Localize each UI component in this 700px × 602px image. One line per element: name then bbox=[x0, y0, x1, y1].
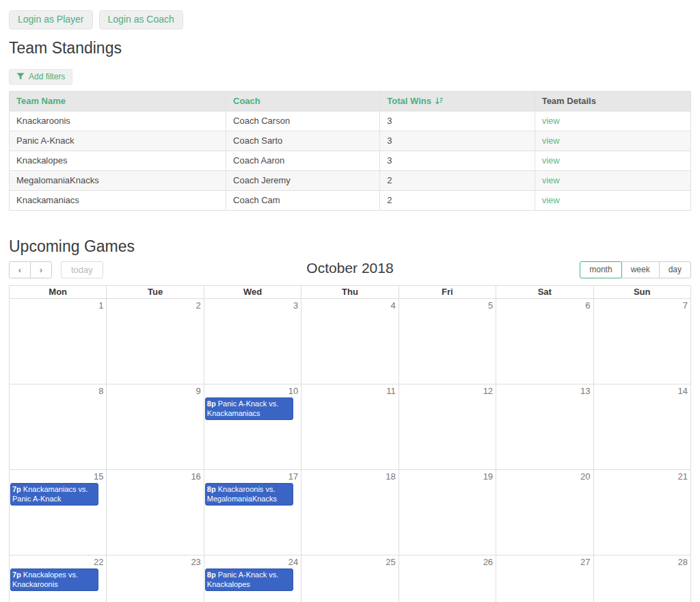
date-number: 26 bbox=[399, 555, 496, 568]
calendar-day-cell-20[interactable]: 20 bbox=[496, 470, 593, 555]
calendar-week-row: 227pKnackalopes vs. Knackaroonis23248pPa… bbox=[10, 555, 691, 602]
team-details-cell: view bbox=[535, 191, 691, 211]
login-as-coach-button[interactable]: Login as Coach bbox=[99, 10, 183, 29]
calendar-day-cell-13[interactable]: 13 bbox=[496, 384, 593, 470]
calendar-event[interactable]: 8pPanic A-Knack vs. Knackalopes bbox=[205, 568, 293, 592]
calendar-day-cell-22[interactable]: 227pKnackalopes vs. Knackaroonis bbox=[10, 555, 107, 602]
coach-cell: Coach Carson bbox=[226, 112, 380, 131]
team-details-cell: view bbox=[535, 151, 691, 171]
page: Login as Player Login as Coach Team Stan… bbox=[0, 0, 700, 602]
date-number: 18 bbox=[301, 470, 398, 482]
date-number: 23 bbox=[107, 555, 203, 568]
calendar-today-button[interactable]: today bbox=[61, 261, 103, 278]
add-filters-label: Add filters bbox=[29, 72, 65, 81]
calendar-day-cell-15[interactable]: 157pKnackamaniacs vs. Panic A-Knack bbox=[10, 470, 107, 555]
column-header-total-wins[interactable]: Total Wins bbox=[380, 92, 535, 112]
coach-cell: Coach Sarto bbox=[226, 131, 380, 151]
calendar-day-cell-28[interactable]: 28 bbox=[594, 555, 691, 602]
calendar-day-cell-14[interactable]: 14 bbox=[594, 384, 691, 470]
standings-table-row: MegalomaniaKnacksCoach Jeremy2view bbox=[10, 171, 691, 191]
team-details-cell: view bbox=[535, 171, 691, 191]
calendar-day-cell-4[interactable]: 4 bbox=[301, 299, 399, 384]
calendar-day-cell-1[interactable]: 1 bbox=[10, 299, 107, 384]
view-link[interactable]: view bbox=[542, 175, 560, 185]
calendar-day-cell-19[interactable]: 19 bbox=[399, 470, 496, 555]
team-name-cell: Knackaroonis bbox=[10, 112, 226, 131]
calendar-day-cell-8[interactable]: 8 bbox=[10, 384, 107, 470]
total-wins-cell: 3 bbox=[380, 131, 535, 151]
team-details-cell: view bbox=[535, 131, 691, 151]
calendar-day-cell-2[interactable]: 2 bbox=[107, 299, 204, 384]
event-time: 8p bbox=[207, 485, 216, 493]
calendar-day-cell-11[interactable]: 11 bbox=[301, 384, 399, 470]
calendar-day-cell-3[interactable]: 3 bbox=[204, 299, 301, 384]
calendar-body: 123456789108pPanic A-Knack vs. Knackaman… bbox=[10, 299, 691, 602]
total-wins-label: Total Wins bbox=[387, 96, 431, 106]
calendar-next-button[interactable]: › bbox=[30, 261, 52, 278]
date-number: 27 bbox=[496, 555, 593, 568]
standings-table-row: KnackamaniacsCoach Cam2view bbox=[10, 191, 691, 211]
calendar-day-cell-25[interactable]: 25 bbox=[301, 555, 399, 602]
calendar-day-cell-10[interactable]: 108pPanic A-Knack vs. Knackamaniacs bbox=[204, 384, 301, 470]
calendar-day-cell-9[interactable]: 9 bbox=[107, 384, 204, 470]
calendar-event[interactable]: 8pPanic A-Knack vs. Knackamaniacs bbox=[205, 397, 293, 421]
day-header-thu: Thu bbox=[301, 286, 399, 299]
team-name-cell: Panic A-Knack bbox=[10, 131, 226, 151]
column-header-coach[interactable]: Coach bbox=[226, 92, 380, 112]
view-link[interactable]: view bbox=[542, 195, 560, 205]
date-number: 6 bbox=[496, 299, 593, 311]
calendar-day-cell-26[interactable]: 26 bbox=[399, 555, 496, 602]
calendar-day-cell-16[interactable]: 16 bbox=[107, 470, 204, 555]
date-number: 16 bbox=[107, 470, 203, 482]
calendar-day-cell-24[interactable]: 248pPanic A-Knack vs. Knackalopes bbox=[204, 555, 301, 602]
calendar-view-switcher: monthweekday bbox=[580, 261, 691, 278]
calendar-view-week-button[interactable]: week bbox=[621, 261, 660, 278]
standings-table-row: KnackalopesCoach Aaron3view bbox=[10, 151, 691, 171]
calendar-day-cell-21[interactable]: 21 bbox=[594, 470, 691, 555]
view-link[interactable]: view bbox=[542, 155, 560, 166]
standings-tbody: KnackaroonisCoach Carson3viewPanic A-Kna… bbox=[10, 112, 691, 211]
calendar-view-day-button[interactable]: day bbox=[659, 261, 691, 278]
date-number: 5 bbox=[399, 299, 496, 311]
event-time: 7p bbox=[12, 485, 21, 493]
add-filters-button[interactable]: Add filters bbox=[9, 69, 72, 85]
date-number: 22 bbox=[10, 555, 106, 568]
calendar-prev-button[interactable]: ‹ bbox=[9, 261, 31, 278]
calendar-view-month-button[interactable]: month bbox=[580, 261, 621, 278]
date-number: 4 bbox=[301, 299, 398, 311]
view-link[interactable]: view bbox=[542, 135, 560, 146]
coach-cell: Coach Jeremy bbox=[226, 171, 380, 191]
calendar-event[interactable]: 8pKnackaroonis vs. MegalomaniaKnacks bbox=[205, 483, 293, 506]
team-name-cell: Knackalopes bbox=[10, 151, 226, 171]
team-name-cell: Knackamaniacs bbox=[10, 191, 226, 211]
calendar-day-cell-7[interactable]: 7 bbox=[594, 299, 691, 384]
login-as-player-button[interactable]: Login as Player bbox=[9, 10, 93, 29]
standings-table-row: KnackaroonisCoach Carson3view bbox=[10, 112, 691, 131]
day-header-mon: Mon bbox=[10, 286, 107, 299]
calendar-nav-group: ‹ › bbox=[9, 261, 52, 278]
standings-header-row: Team Name Coach Total Wins Team Details bbox=[10, 92, 691, 112]
calendar-day-cell-18[interactable]: 18 bbox=[301, 470, 399, 555]
date-number: 3 bbox=[204, 299, 301, 311]
calendar-week-row: 1234567 bbox=[10, 299, 691, 384]
date-number: 13 bbox=[496, 384, 593, 397]
day-header-tue: Tue bbox=[107, 286, 204, 299]
total-wins-cell: 2 bbox=[380, 191, 535, 211]
team-name-cell: MegalomaniaKnacks bbox=[10, 171, 226, 191]
calendar-day-cell-23[interactable]: 23 bbox=[107, 555, 204, 602]
total-wins-cell: 2 bbox=[380, 171, 535, 191]
calendar-event[interactable]: 7pKnackalopes vs. Knackaroonis bbox=[10, 568, 98, 592]
day-header-sat: Sat bbox=[496, 286, 593, 299]
calendar-day-cell-5[interactable]: 5 bbox=[399, 299, 496, 384]
calendar-day-cell-27[interactable]: 27 bbox=[496, 555, 593, 602]
date-number: 7 bbox=[594, 299, 690, 311]
calendar-day-cell-17[interactable]: 178pKnackaroonis vs. MegalomaniaKnacks bbox=[204, 470, 301, 555]
calendar-week-row: 157pKnackamaniacs vs. Panic A-Knack16178… bbox=[10, 470, 691, 555]
column-header-team-name[interactable]: Team Name bbox=[10, 92, 226, 112]
date-number: 24 bbox=[204, 555, 301, 568]
view-link[interactable]: view bbox=[542, 116, 560, 126]
calendar-event[interactable]: 7pKnackamaniacs vs. Panic A-Knack bbox=[10, 483, 98, 506]
calendar-day-cell-6[interactable]: 6 bbox=[496, 299, 593, 384]
calendar-day-cell-12[interactable]: 12 bbox=[399, 384, 496, 470]
date-number: 15 bbox=[10, 470, 106, 482]
